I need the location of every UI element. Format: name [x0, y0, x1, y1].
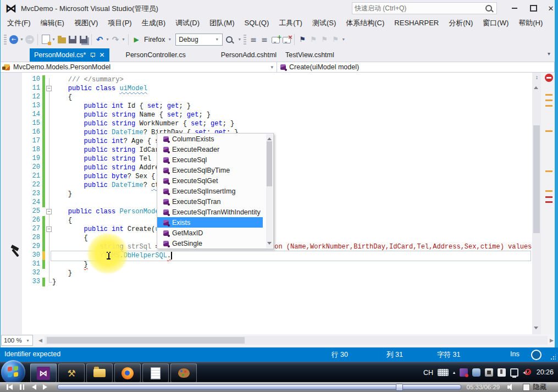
new-item-dropdown-icon[interactable]: ▾ — [51, 37, 56, 42]
completion-item[interactable]: ExecuteSqlByTime — [157, 165, 263, 175]
member-dropdown[interactable]: Create(uiModel model) — [277, 62, 555, 73]
completion-item[interactable]: ExecuteSqlGet — [157, 175, 263, 186]
menu-item[interactable]: 测试(S) — [307, 16, 341, 30]
marker-warning[interactable] — [545, 94, 553, 96]
code-editor[interactable]: 1011−1213141516171819202122232425−2627−2… — [0, 73, 532, 334]
keyboard-layout-icon[interactable] — [438, 369, 449, 376]
marker-error[interactable] — [545, 201, 553, 203]
code-line[interactable]: } — [52, 269, 72, 278]
taskbar-firefox-button[interactable] — [114, 363, 141, 383]
code-line[interactable]: } — [52, 278, 56, 286]
close-tab-icon[interactable]: ✕ — [100, 51, 105, 59]
marker-warning[interactable] — [545, 130, 553, 132]
taskbar-paint-button[interactable] — [170, 363, 197, 383]
code-line[interactable]: public int Id { set; get; } — [52, 102, 191, 111]
code-line[interactable]: { — [52, 93, 72, 102]
code-line[interactable]: public int? Age { s — [52, 137, 159, 146]
back-dropdown-icon[interactable]: ▾ — [19, 37, 24, 42]
scroll-down-icon[interactable] — [267, 242, 272, 247]
type-dropdown[interactable]: MvcDemo.Models.PersonModel ▾ — [0, 62, 277, 73]
navigate-forward-icon[interactable]: → — [24, 32, 35, 47]
gutter-row[interactable]: 22 — [0, 181, 54, 190]
start-button[interactable] — [1, 360, 25, 384]
gutter-row[interactable]: 16 — [0, 128, 54, 137]
indent-increase-icon[interactable]: ≡ — [259, 32, 270, 47]
redo-dropdown-icon[interactable]: ▾ — [121, 37, 126, 42]
gutter-row[interactable]: 31 — [0, 260, 54, 269]
screen-recorder-tray-icon[interactable] — [460, 368, 468, 377]
zoom-dropdown[interactable]: 100 %▾ — [1, 335, 33, 346]
redo-icon[interactable]: ↷ — [110, 32, 121, 47]
taskbar-visual-studio-button[interactable]: ⋈ — [30, 363, 57, 383]
minimize-button[interactable] — [507, 3, 522, 13]
toolbar-grip[interactable] — [244, 35, 246, 45]
completion-item[interactable]: GetMaxID — [157, 228, 263, 238]
document-tab[interactable]: PersonModel.cs* ✕ — [30, 48, 109, 62]
menu-item[interactable]: 生成(B) — [137, 16, 170, 30]
next-bookmark-icon[interactable]: ⚑ — [319, 32, 330, 47]
menu-item[interactable]: 调试(D) — [170, 16, 205, 30]
split-window-handle[interactable]: ↕ — [533, 73, 541, 82]
horizontal-scrollbar[interactable] — [45, 336, 548, 345]
save-icon[interactable] — [67, 32, 78, 47]
menu-item[interactable]: 工具(T) — [274, 16, 307, 30]
gutter-row[interactable]: 29 — [0, 242, 54, 251]
start-debug-icon[interactable]: ▶ — [131, 32, 142, 47]
code-line[interactable]: public string WorkNumber { set; get; } — [52, 119, 234, 128]
browser-target-label[interactable]: Firefox — [144, 36, 165, 43]
gutter-row[interactable]: 21 — [0, 172, 54, 181]
gutter-row[interactable]: 17 — [0, 137, 54, 146]
completion-item[interactable]: ExecuteSqlTranWithIndentity — [157, 207, 263, 217]
gutter-row[interactable]: 19 — [0, 154, 54, 163]
marker-warning[interactable] — [545, 190, 553, 192]
completion-item[interactable]: ExecuteSqlInsertImg — [157, 186, 263, 196]
collapse-region-icon[interactable]: − — [46, 227, 52, 232]
menu-item[interactable]: 体系结构(C) — [341, 16, 389, 30]
document-tab[interactable]: TestView.cshtml ✕ — [281, 48, 339, 62]
vertical-scrollbar-thumb[interactable] — [533, 125, 540, 233]
open-file-icon[interactable] — [56, 32, 67, 47]
resharper-marker-bar[interactable] — [541, 73, 555, 334]
undo-icon[interactable]: ↶ — [94, 32, 105, 47]
gutter-row[interactable]: 15 — [0, 119, 54, 128]
gutter-row[interactable]: 12 — [0, 93, 54, 102]
gutter-row[interactable]: 14 — [0, 111, 54, 119]
gutter-row[interactable]: 33 — [0, 278, 54, 286]
gutter-row[interactable]: 30 — [0, 251, 54, 260]
gutter-row[interactable]: 25− — [0, 207, 54, 216]
gutter-row[interactable]: 26 — [0, 216, 54, 225]
collapse-region-icon[interactable]: − — [46, 209, 52, 214]
menu-item[interactable]: 团队(M) — [205, 16, 240, 30]
gutter-row[interactable]: 13 — [0, 102, 54, 111]
quick-launch-box[interactable] — [352, 2, 497, 14]
gutter-row[interactable]: 10 — [0, 75, 54, 84]
gutter-row[interactable]: 18 — [0, 146, 54, 154]
usb-device-tray-icon[interactable] — [485, 368, 493, 377]
resharper-status-icon[interactable] — [545, 74, 553, 82]
scroll-right-icon[interactable]: ▶ — [550, 338, 554, 343]
menu-item[interactable]: 分析(N) — [444, 16, 478, 30]
toolbar-grip[interactable] — [4, 35, 7, 45]
marker-warning[interactable] — [545, 100, 553, 101]
comment-selection-icon[interactable] — [270, 32, 281, 47]
taskbar-clock[interactable]: 20:26 — [537, 368, 554, 376]
resize-grip[interactable] — [550, 355, 556, 360]
step-forward-icon[interactable] — [43, 384, 47, 390]
taskbar-tools-button[interactable]: ⚒ — [58, 363, 85, 383]
menu-item[interactable]: 帮助(H) — [513, 16, 548, 30]
popup-scrollbar-thumb[interactable] — [267, 141, 272, 186]
code-line[interactable]: /// </summary> — [52, 75, 124, 84]
taskbar-explorer-button[interactable] — [86, 363, 113, 383]
menu-item[interactable]: 文件(F) — [2, 16, 36, 30]
previous-bookmark-icon[interactable]: ⚑ — [308, 32, 319, 47]
clear-bookmarks-icon[interactable]: ⚑ — [330, 32, 341, 47]
completion-item[interactable]: GetSingle — [157, 238, 263, 249]
menu-item[interactable]: RESHARPER — [389, 16, 444, 29]
gutter-row[interactable]: 23 — [0, 190, 54, 198]
horizontal-scrollbar-thumb[interactable] — [47, 337, 245, 344]
pin-tab-icon[interactable] — [90, 53, 95, 58]
marker-warning[interactable] — [545, 170, 553, 172]
completion-item[interactable]: ColumnExists — [157, 134, 263, 144]
hide-label[interactable]: 隐藏 — [533, 383, 546, 392]
collapse-region-icon[interactable]: − — [46, 86, 52, 91]
